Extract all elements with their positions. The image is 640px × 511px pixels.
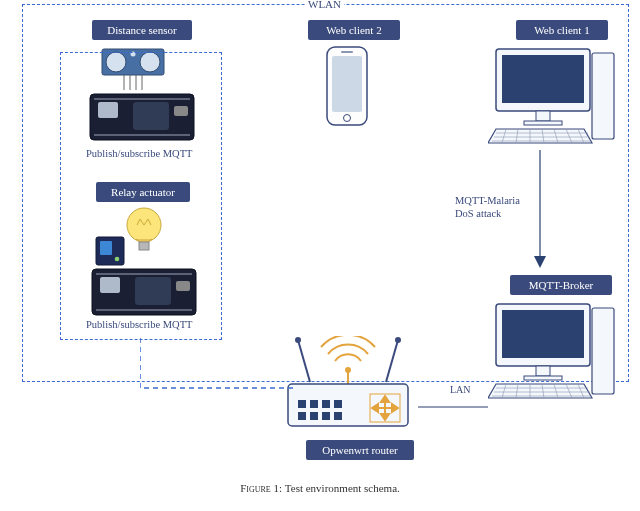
openwrt-router-label: Opwenwrt router — [306, 440, 414, 460]
svg-rect-49 — [536, 366, 550, 376]
attack-label-2: DoS attack — [455, 208, 501, 219]
sensor-group-box — [60, 52, 222, 340]
wlan-title: WLAN — [305, 0, 344, 10]
attack-label-1: MQTT-Malaria — [455, 195, 520, 206]
web-client-2-label: Web client 2 — [308, 20, 400, 40]
svg-rect-70 — [322, 400, 330, 408]
distance-sensor-label: Distance sensor — [92, 20, 192, 40]
svg-rect-71 — [334, 400, 342, 408]
svg-rect-68 — [298, 400, 306, 408]
svg-rect-28 — [341, 51, 353, 53]
svg-rect-69 — [310, 400, 318, 408]
svg-rect-72 — [298, 412, 306, 420]
web-client-1-label: Web client 1 — [516, 20, 608, 40]
figure-caption: Figure 1: Test environment schema. — [0, 482, 640, 494]
svg-rect-46 — [592, 308, 614, 394]
svg-rect-74 — [322, 412, 330, 420]
svg-marker-45 — [534, 256, 546, 268]
svg-point-64 — [395, 337, 401, 343]
lan-line — [418, 398, 488, 400]
svg-rect-31 — [502, 55, 584, 103]
svg-line-63 — [386, 340, 398, 382]
svg-rect-29 — [592, 53, 614, 139]
web-client-1-pc-icon — [488, 45, 618, 145]
router-icon — [278, 336, 418, 432]
lan-label: LAN — [450, 384, 471, 395]
svg-rect-32 — [536, 111, 550, 121]
mqtt-broker-pc-icon — [488, 300, 618, 400]
svg-rect-48 — [502, 310, 584, 358]
svg-rect-50 — [524, 376, 562, 380]
svg-point-62 — [295, 337, 301, 343]
svg-rect-33 — [524, 121, 562, 125]
phone-icon — [325, 45, 369, 127]
svg-rect-73 — [310, 412, 318, 420]
svg-rect-75 — [334, 412, 342, 420]
svg-line-61 — [298, 340, 310, 382]
attack-arrow — [520, 150, 560, 270]
mqtt-broker-label: MQTT-Broker — [510, 275, 612, 295]
svg-rect-26 — [332, 56, 362, 112]
